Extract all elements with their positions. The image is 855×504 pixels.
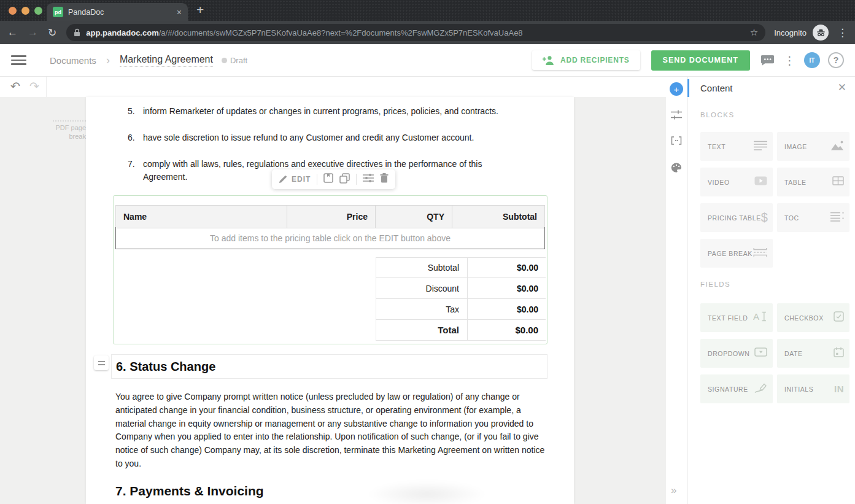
edit-button[interactable]: EDIT xyxy=(279,175,311,184)
field-card-text-field[interactable]: TEXT FIELD A xyxy=(700,303,773,332)
table-grid-icon xyxy=(832,176,844,188)
breadcrumb-documents[interactable]: Documents xyxy=(50,55,96,66)
svg-text:A: A xyxy=(753,311,759,322)
section-heading: 6. Status Change xyxy=(116,360,215,374)
window-minimize-button[interactable] xyxy=(21,7,29,15)
totals-label: Discount xyxy=(376,278,468,298)
add-content-icon[interactable]: + xyxy=(670,82,683,96)
variables-icon[interactable] xyxy=(671,136,682,145)
browser-tab[interactable]: pd PandaDoc × xyxy=(47,3,188,21)
totals-label: Subtotal xyxy=(376,258,468,277)
more-actions-icon[interactable]: ⋮ xyxy=(784,53,795,68)
block-card-text[interactable]: TEXT xyxy=(700,132,773,161)
status-label: Draft xyxy=(230,56,247,65)
column-header-qty: QTY xyxy=(376,206,452,228)
totals-label: Total xyxy=(376,320,468,340)
browser-toolbar: ← → ↻ app.pandadoc.com/a/#/documents/swM… xyxy=(0,21,855,44)
undo-icon[interactable]: ↶ xyxy=(10,79,20,93)
reload-icon[interactable]: ↻ xyxy=(48,26,56,39)
block-settings-icon[interactable] xyxy=(363,173,374,185)
browser-menu-icon[interactable]: ⋮ xyxy=(837,26,848,39)
duplicate-icon[interactable] xyxy=(339,173,350,186)
sidebar-icon-rail: + » xyxy=(666,77,687,504)
add-recipients-button[interactable]: ADD RECIPIENTS xyxy=(532,50,640,70)
field-card-dropdown[interactable]: DROPDOWN xyxy=(700,339,773,368)
send-document-label: SEND DOCUMENT xyxy=(663,56,738,64)
user-avatar[interactable]: IT xyxy=(804,52,820,68)
status-dot xyxy=(222,58,227,63)
redo-icon[interactable]: ↷ xyxy=(29,79,39,93)
comments-icon[interactable] xyxy=(760,55,775,66)
content-panel: Content ✕ BLOCKS TEXT IMAGE VIDEO TABLE … xyxy=(687,77,855,504)
document-settings-icon[interactable] xyxy=(671,110,682,120)
section-heading[interactable]: 7. Payments & Invoicing xyxy=(115,484,264,498)
add-recipients-label: ADD RECIPIENTS xyxy=(560,56,630,64)
list-item-text: have sole discretion to issue refund to … xyxy=(143,131,502,144)
lock-icon xyxy=(74,28,80,37)
close-panel-icon[interactable]: ✕ xyxy=(838,81,846,94)
panel-accent-bar xyxy=(687,79,689,97)
url-path: /a/#/documents/swMGZx5P7nESKofvaUaAe8?ne… xyxy=(159,28,523,37)
incognito-label: Incognito xyxy=(774,28,807,37)
list-item-number: 6. xyxy=(128,131,143,144)
back-icon[interactable]: ← xyxy=(7,26,18,39)
bookmark-star-icon[interactable]: ☆ xyxy=(750,27,758,38)
editor-canvas: PDF page break 5. inform Remarketer of u… xyxy=(0,97,666,504)
totals-row-subtotal: Subtotal $0.00 xyxy=(376,257,546,278)
tab-title: PandaDoc xyxy=(68,8,177,17)
dropdown-icon xyxy=(754,347,767,359)
window-controls[interactable] xyxy=(9,7,42,15)
column-header-name: Name xyxy=(116,206,287,228)
help-icon[interactable]: ? xyxy=(828,52,844,68)
dollar-icon: $ xyxy=(761,211,768,225)
block-toolbar: EDIT xyxy=(272,169,395,189)
section-heading-block[interactable]: 6. Status Change xyxy=(111,354,547,379)
list-item-number: 7. xyxy=(128,158,143,184)
signature-pen-icon xyxy=(754,382,767,396)
pencil-icon xyxy=(279,175,287,184)
address-bar[interactable]: app.pandadoc.com/a/#/documents/swMGZx5P7… xyxy=(66,24,765,41)
collapse-panel-icon[interactable]: » xyxy=(671,484,676,497)
calendar-icon xyxy=(834,347,844,360)
list-item[interactable]: 5. inform Remarketer of updates or chang… xyxy=(128,105,502,118)
hamburger-menu-icon[interactable] xyxy=(11,55,26,65)
pricing-table-block[interactable]: Name Price QTY Subtotal To add items to … xyxy=(113,195,547,344)
url-text: app.pandadoc.com/a/#/documents/swMGZx5P7… xyxy=(86,28,745,37)
pricing-table-empty-message: To add items to the pricing table click … xyxy=(115,227,545,249)
block-card-pricing-table[interactable]: PRICING TABLE $ xyxy=(700,203,773,232)
delete-block-icon[interactable] xyxy=(380,173,389,185)
pandadoc-favicon: pd xyxy=(53,7,63,17)
save-block-icon[interactable] xyxy=(323,173,333,185)
drag-handle[interactable] xyxy=(94,355,109,370)
section-body-text[interactable]: You agree to give Company prompt written… xyxy=(115,390,546,471)
window-zoom-button[interactable] xyxy=(34,7,42,15)
fields-section-label: FIELDS xyxy=(700,281,730,288)
document-title[interactable]: Marketing Agreement xyxy=(120,54,213,67)
panel-title: Content xyxy=(700,83,733,93)
totals-value: $0.00 xyxy=(468,278,546,298)
editor-toolbar: ↶ ↷ xyxy=(0,77,666,97)
block-card-table[interactable]: TABLE xyxy=(777,168,849,196)
block-card-video[interactable]: VIDEO xyxy=(700,168,773,196)
block-card-page-break[interactable]: PAGE BREAK xyxy=(700,239,773,268)
send-document-button[interactable]: SEND DOCUMENT xyxy=(651,50,750,71)
new-tab-button[interactable]: + xyxy=(196,2,204,17)
field-card-initials[interactable]: INITIALS IN xyxy=(777,374,849,403)
tab-close-icon[interactable]: × xyxy=(177,8,182,17)
block-card-toc[interactable]: TOC xyxy=(777,203,849,232)
pricing-table-totals: Subtotal $0.00 Discount $0.00 Tax $0.00 … xyxy=(376,257,546,341)
block-card-image[interactable]: IMAGE xyxy=(777,132,849,161)
status-badge: Draft xyxy=(222,56,247,65)
forward-icon[interactable]: → xyxy=(28,26,38,39)
window-close-button[interactable] xyxy=(9,7,17,15)
list-item-text: inform Remarketer of updates or changes … xyxy=(143,105,502,118)
field-card-checkbox[interactable]: CHECKBOX xyxy=(777,303,849,332)
column-header-subtotal: Subtotal xyxy=(452,206,544,228)
field-card-signature[interactable]: SIGNATURE xyxy=(700,374,773,403)
list-item[interactable]: 6. have sole discretion to issue refund … xyxy=(128,131,502,144)
theme-palette-icon[interactable] xyxy=(671,163,682,173)
text-cursor-icon: A xyxy=(753,311,767,324)
browser-tab-strip: pd PandaDoc × + xyxy=(0,0,855,21)
field-card-date[interactable]: DATE xyxy=(777,339,849,368)
toolbar-divider xyxy=(46,77,47,97)
